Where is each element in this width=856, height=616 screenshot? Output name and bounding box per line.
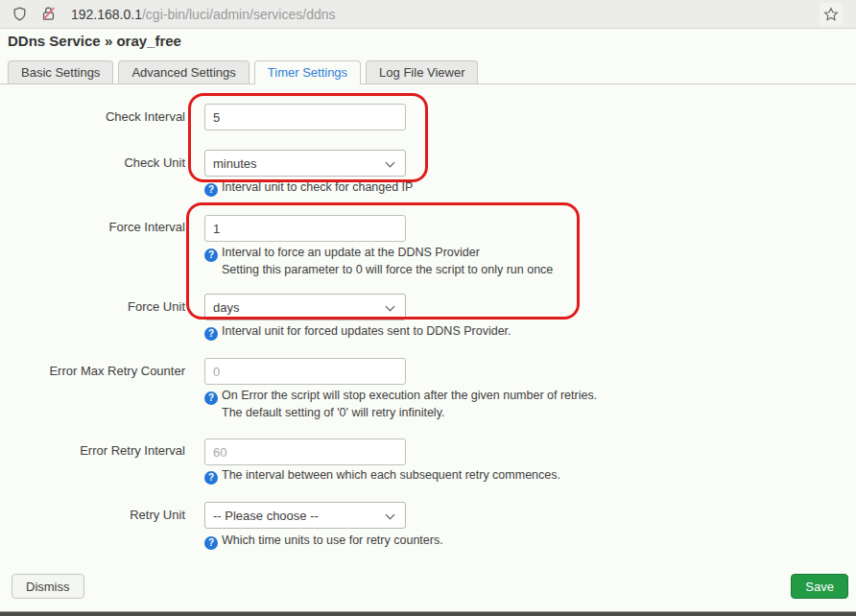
tab-advanced-settings[interactable]: Advanced Settings <box>118 60 249 83</box>
browser-address-bar[interactable]: 192.168.0.1/cgi-bin/luci/admin/services/… <box>0 0 856 29</box>
force-interval-help: ?Interval to force an update at the DDNS… <box>204 245 553 277</box>
help-icon: ? <box>204 249 218 262</box>
force-interval-label: Force Interval <box>8 220 185 234</box>
check-unit-select[interactable]: minutes <box>204 150 406 177</box>
insecure-lock-icon[interactable] <box>36 3 59 26</box>
check-interval-label: Check Interval <box>8 109 185 124</box>
url-host: 192.168.0.1 <box>71 7 142 22</box>
help-icon: ? <box>204 471 218 485</box>
force-unit-help: ?Interval unit for forced updates sent t… <box>204 323 511 341</box>
retry-unit-help: ?Which time units to use for retry count… <box>204 533 443 550</box>
tab-log-file-viewer[interactable]: Log File Viewer <box>366 60 478 83</box>
tracking-shield-icon[interactable] <box>8 3 31 26</box>
chevron-down-icon <box>386 302 395 312</box>
chevron-down-icon <box>386 158 395 168</box>
force-unit-label: Force Unit <box>8 299 185 314</box>
help-icon: ? <box>204 391 218 405</box>
url-text[interactable]: 192.168.0.1/cgi-bin/luci/admin/services/… <box>71 7 336 22</box>
error-max-retry-help: ?On Error the script will stop execution… <box>204 388 597 420</box>
error-retry-interval-help: ?The interval between which each subsequ… <box>204 467 560 485</box>
error-retry-interval-label: Error Retry Interval <box>8 443 185 458</box>
window-bottom-edge <box>0 611 856 616</box>
tab-bar: Basic Settings Advanced Settings Timer S… <box>0 60 856 84</box>
page-title: DDns Service » oray_free <box>8 33 181 49</box>
retry-unit-select[interactable]: -- Please choose -- <box>204 502 406 529</box>
retry-unit-label: Retry Unit <box>8 508 185 522</box>
chevron-down-icon <box>386 510 395 520</box>
save-button[interactable]: Save <box>791 574 848 599</box>
help-icon: ? <box>204 536 218 550</box>
error-max-retry-input[interactable] <box>204 358 406 385</box>
retry-unit-value: -- Please choose -- <box>213 509 319 523</box>
help-icon: ? <box>204 327 218 341</box>
help-icon: ? <box>204 183 218 197</box>
force-unit-value: days <box>213 300 239 315</box>
check-unit-help: ?Interval unit to check for changed IP <box>204 179 413 197</box>
check-unit-label: Check Unit <box>8 155 185 170</box>
tab-basic-settings[interactable]: Basic Settings <box>8 60 113 83</box>
error-retry-interval-input[interactable] <box>204 438 406 465</box>
check-interval-input[interactable] <box>204 104 406 130</box>
dismiss-button[interactable]: Dismiss <box>12 574 84 599</box>
error-max-retry-label: Error Max Retry Counter <box>8 364 185 378</box>
bookmark-star-icon[interactable] <box>820 3 843 26</box>
force-unit-select[interactable]: days <box>204 294 406 320</box>
force-interval-input[interactable] <box>204 215 406 242</box>
url-path: /cgi-bin/luci/admin/services/ddns <box>142 7 336 22</box>
tab-timer-settings[interactable]: Timer Settings <box>254 60 361 84</box>
check-unit-value: minutes <box>213 156 257 171</box>
